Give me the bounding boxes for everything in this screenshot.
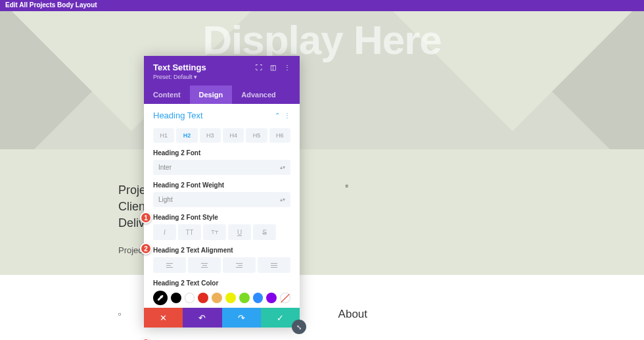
panel-title: Text Settings bbox=[153, 62, 206, 72]
expand-icon[interactable]: ⛶ bbox=[256, 64, 262, 71]
h5-button[interactable]: H5 bbox=[246, 128, 267, 143]
resize-handle[interactable]: ⤡ bbox=[292, 320, 306, 334]
callout-2: 2 bbox=[140, 243, 152, 255]
font-select[interactable]: Inter ▴▾ bbox=[153, 160, 290, 175]
eyedropper-icon bbox=[156, 294, 164, 302]
color-swatch-black[interactable] bbox=[171, 293, 181, 303]
panel-tabs: Content Design Advanced bbox=[144, 85, 300, 104]
callout-1: 1 bbox=[140, 212, 152, 224]
project-meta: Project Client Deliver Project I bbox=[0, 149, 644, 275]
color-swatch-white[interactable] bbox=[185, 293, 195, 303]
align-center-button[interactable] bbox=[188, 257, 221, 273]
undo-button[interactable]: ↶ bbox=[183, 308, 221, 328]
underline-button[interactable]: U bbox=[228, 224, 251, 240]
color-label: Heading 2 Text Color bbox=[153, 279, 290, 287]
section-title: Heading Text bbox=[153, 110, 203, 120]
smallcaps-button[interactable]: Tᴛ bbox=[203, 224, 226, 240]
color-palette bbox=[153, 291, 290, 305]
h3-button[interactable]: H3 bbox=[200, 128, 221, 143]
about-title: About bbox=[338, 308, 367, 321]
alignment-buttons bbox=[153, 257, 290, 273]
weight-select[interactable]: Light ▴▾ bbox=[153, 192, 290, 207]
panel-preset[interactable]: Preset: Default ▾ bbox=[153, 74, 290, 80]
color-swatch-purple[interactable] bbox=[266, 293, 277, 303]
redo-button[interactable]: ↷ bbox=[222, 308, 261, 328]
h6-button[interactable]: H6 bbox=[269, 128, 290, 143]
panel-header[interactable]: Text Settings ⛶ ◫ ⋮ Preset: Default ▾ bbox=[144, 56, 300, 85]
settings-panel: Text Settings ⛶ ◫ ⋮ Preset: Default ▾ Co… bbox=[144, 56, 300, 328]
select-arrows-icon: ▴▾ bbox=[280, 164, 285, 170]
heading-level-switcher: H1 H2 H3 H4 H5 H6 bbox=[153, 128, 290, 143]
current-color-swatch[interactable] bbox=[153, 291, 168, 305]
top-bar: Edit All Projects Body Layout bbox=[0, 0, 644, 11]
uppercase-button[interactable]: TT bbox=[178, 224, 201, 240]
more-icon[interactable]: ⋮ bbox=[284, 64, 290, 71]
columns-icon[interactable]: ◫ bbox=[270, 64, 276, 71]
select-arrows-icon: ▴▾ bbox=[280, 197, 285, 203]
about-section: ▫ About bbox=[0, 275, 644, 340]
font-style-buttons: I TT Tᴛ U S bbox=[153, 224, 290, 240]
cancel-button[interactable]: ✕ bbox=[144, 308, 183, 328]
color-swatch-yellow[interactable] bbox=[225, 293, 236, 303]
hero-section: Display Here bbox=[0, 11, 644, 149]
color-swatch-orange[interactable] bbox=[212, 293, 222, 303]
h1-button[interactable]: H1 bbox=[153, 128, 174, 143]
color-swatch-green[interactable] bbox=[239, 293, 250, 303]
font-label: Heading 2 Font bbox=[153, 149, 290, 157]
strikethrough-button[interactable]: S bbox=[253, 224, 276, 240]
tab-design[interactable]: Design bbox=[190, 85, 233, 104]
color-swatch-clear[interactable] bbox=[280, 293, 290, 303]
align-right-button[interactable] bbox=[223, 257, 256, 273]
chevron-up-icon[interactable]: ⌃ ⋮ bbox=[275, 112, 290, 119]
style-label: Heading 2 Font Style bbox=[153, 214, 290, 221]
panel-body: Heading Text ⌃ ⋮ H1 H2 H3 H4 H5 H6 Headi… bbox=[144, 104, 300, 308]
align-label: Heading 2 Text Alignment bbox=[153, 247, 290, 254]
weight-label: Heading 2 Font Weight bbox=[153, 182, 290, 189]
panel-footer: ✕ ↶ ↷ ✓ bbox=[144, 308, 300, 328]
color-swatch-blue[interactable] bbox=[253, 293, 264, 303]
section-header[interactable]: Heading Text ⌃ ⋮ bbox=[153, 110, 290, 120]
tab-content[interactable]: Content bbox=[144, 85, 190, 104]
h4-button[interactable]: H4 bbox=[223, 128, 244, 143]
align-left-button[interactable] bbox=[153, 257, 186, 273]
color-swatch-red[interactable] bbox=[198, 293, 208, 303]
broken-image-icon: ▫ bbox=[118, 309, 122, 319]
italic-button[interactable]: I bbox=[153, 224, 176, 240]
align-justify-button[interactable] bbox=[258, 257, 290, 273]
broken-image-icon: ▫ bbox=[345, 181, 348, 191]
h2-button[interactable]: H2 bbox=[176, 128, 197, 143]
tab-advanced[interactable]: Advanced bbox=[232, 85, 285, 104]
